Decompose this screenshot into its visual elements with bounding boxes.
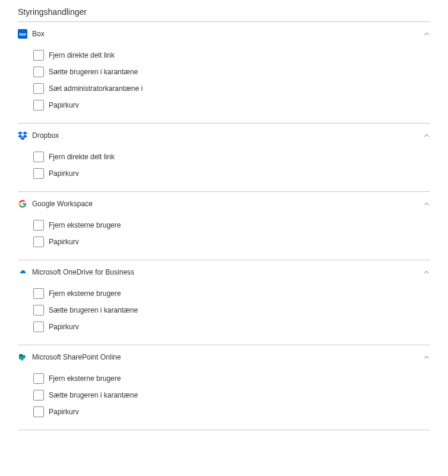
- option-row: Sætte brugeren i karantæne: [33, 302, 430, 319]
- option-label: Sæt administratorkarantæne i: [49, 84, 143, 93]
- option-label: Papirkurv: [49, 169, 79, 178]
- option-label: Fjern direkte delt link: [49, 153, 115, 161]
- option-row: Sætte brugeren i karantæne: [33, 387, 430, 404]
- option-row: Fjern direkte delt link: [33, 149, 430, 165]
- options-list: Fjern eksterne brugerePapirkurv: [18, 215, 430, 260]
- option-label: Papirkurv: [49, 408, 79, 416]
- sharepoint-icon: S: [18, 352, 27, 362]
- divider: [18, 430, 430, 430]
- option-label: Sætte brugeren i karantæne: [49, 306, 138, 314]
- option-row: Fjern direkte delt link: [33, 47, 430, 64]
- option-row: Papirkurv: [33, 319, 430, 335]
- section-title: Microsoft OneDrive for Business: [32, 268, 134, 276]
- section-box: boxBoxFjern direkte delt linkSætte bruge…: [18, 22, 430, 123]
- option-label: Fjern eksterne brugere: [49, 221, 121, 229]
- section-google: Google WorkspaceFjern eksterne brugerePa…: [18, 192, 430, 260]
- option-row: Papirkurv: [33, 97, 430, 114]
- checkbox[interactable]: [33, 50, 44, 61]
- option-label: Papirkurv: [49, 101, 79, 109]
- section-header-onedrive[interactable]: Microsoft OneDrive for Business: [18, 260, 430, 283]
- chevron-up-icon: [423, 269, 430, 276]
- option-label: Fjern direkte delt link: [49, 51, 115, 59]
- page-title: Styringshandlinger: [18, 7, 430, 21]
- section-header-google[interactable]: Google Workspace: [18, 192, 430, 215]
- option-label: Sætte brugeren i karantæne: [49, 68, 138, 76]
- onedrive-icon: [18, 267, 27, 277]
- section-header-dropbox[interactable]: Dropbox: [18, 124, 430, 146]
- checkbox[interactable]: [33, 168, 44, 179]
- chevron-up-icon: [423, 200, 430, 207]
- option-label: Papirkurv: [49, 238, 79, 246]
- checkbox[interactable]: [33, 373, 44, 384]
- chevron-up-icon: [423, 354, 430, 361]
- checkbox[interactable]: [33, 83, 44, 94]
- option-row: Papirkurv: [33, 404, 430, 420]
- checkbox[interactable]: [33, 67, 44, 77]
- option-row: Papirkurv: [33, 165, 430, 182]
- google-icon: [18, 199, 27, 209]
- option-label: Fjern eksterne brugere: [49, 374, 121, 383]
- section-title: Microsoft SharePoint Online: [32, 353, 121, 361]
- checkbox[interactable]: [33, 220, 44, 231]
- box-icon: box: [18, 29, 27, 39]
- checkbox[interactable]: [33, 288, 44, 299]
- options-list: Fjern direkte delt linkPapirkurv: [18, 146, 430, 191]
- checkbox[interactable]: [33, 305, 44, 316]
- options-list: Fjern eksterne brugereSætte brugeren i k…: [18, 368, 430, 430]
- section-dropbox: DropboxFjern direkte delt linkPapirkurv: [18, 124, 430, 191]
- checkbox[interactable]: [33, 390, 44, 401]
- checkbox[interactable]: [33, 406, 44, 417]
- checkbox[interactable]: [33, 321, 44, 332]
- option-row: Fjern eksterne brugere: [33, 217, 430, 234]
- option-label: Papirkurv: [49, 323, 79, 331]
- option-label: Fjern eksterne brugere: [49, 289, 121, 298]
- options-list: Fjern eksterne brugereSætte brugeren i k…: [18, 283, 430, 345]
- option-row: Papirkurv: [33, 234, 430, 250]
- options-list: Fjern direkte delt linkSætte brugeren i …: [18, 45, 430, 123]
- dropbox-icon: [18, 131, 27, 140]
- option-label: Sætte brugeren i karantæne: [49, 391, 138, 399]
- option-row: Fjern eksterne brugere: [33, 285, 430, 302]
- checkbox[interactable]: [33, 100, 44, 111]
- section-title: Google Workspace: [32, 200, 93, 208]
- chevron-up-icon: [423, 30, 430, 37]
- option-row: Sæt administratorkarantæne i: [33, 80, 430, 97]
- option-row: Sætte brugeren i karantæne: [33, 64, 430, 80]
- section-onedrive: Microsoft OneDrive for BusinessFjern eks…: [18, 260, 430, 345]
- checkbox[interactable]: [33, 152, 44, 162]
- option-row: Fjern eksterne brugere: [33, 370, 430, 387]
- section-header-box[interactable]: boxBox: [18, 22, 430, 45]
- section-title: Box: [32, 30, 45, 38]
- svg-text:S: S: [20, 356, 22, 359]
- section-header-sharepoint[interactable]: SMicrosoft SharePoint Online: [18, 345, 430, 368]
- section-title: Dropbox: [32, 131, 59, 140]
- chevron-up-icon: [423, 132, 430, 139]
- section-sharepoint: SMicrosoft SharePoint OnlineFjern ekster…: [18, 345, 430, 430]
- checkbox[interactable]: [33, 237, 44, 247]
